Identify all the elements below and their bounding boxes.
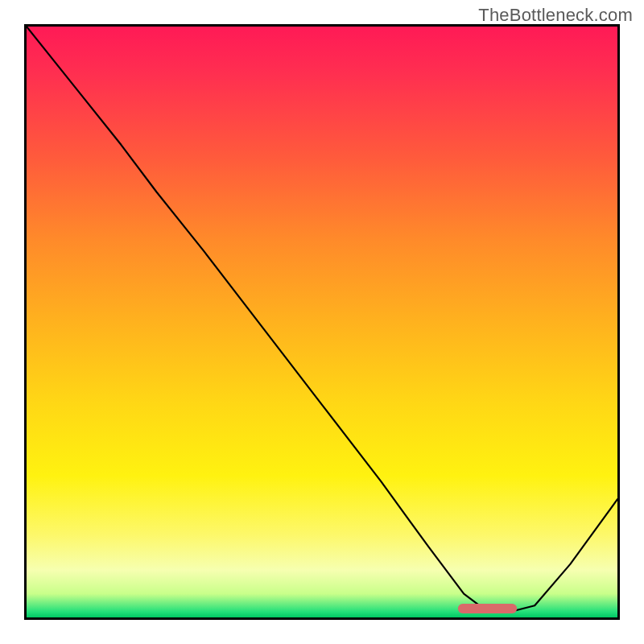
optimal-range-marker — [458, 604, 517, 613]
bottleneck-curve — [27, 27, 617, 612]
watermark-text: TheBottleneck.com — [478, 5, 633, 26]
plot-frame — [24, 24, 620, 620]
chart-container: TheBottleneck.com — [0, 0, 644, 644]
chart-overlay-svg — [27, 27, 617, 617]
